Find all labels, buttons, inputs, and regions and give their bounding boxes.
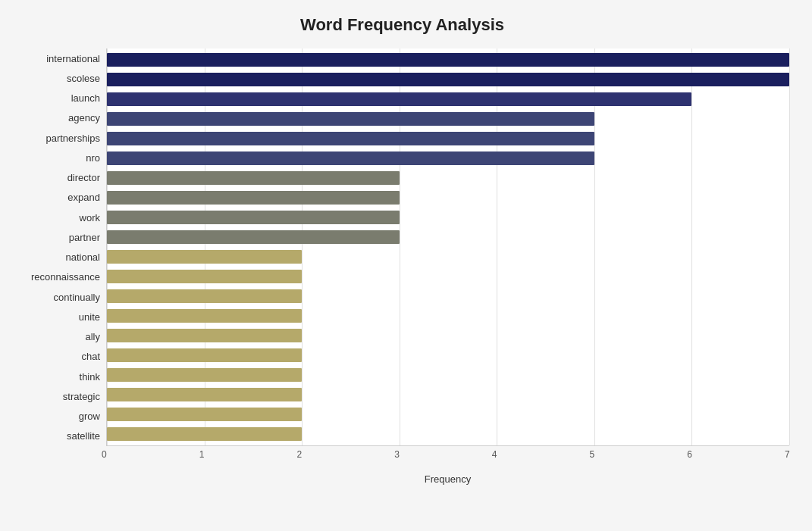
bar-think xyxy=(107,368,302,382)
y-label-partner: partner xyxy=(69,229,100,245)
x-axis-container: 01234567 Frequency xyxy=(106,446,789,473)
chart-area: internationalscoleselaunchagencypartners… xyxy=(15,48,789,473)
bar-row-launch xyxy=(107,91,789,108)
bars-list xyxy=(107,48,789,445)
bar-row-expand xyxy=(107,189,789,206)
bar-row-national xyxy=(107,248,789,265)
bar-partnerships xyxy=(107,132,594,145)
bar-row-continually xyxy=(107,288,789,305)
bar-unite xyxy=(107,309,302,323)
y-axis: internationalscoleselaunchagencypartners… xyxy=(15,48,106,473)
bar-row-partnerships xyxy=(107,130,789,147)
x-ticks: 01234567 xyxy=(106,446,789,460)
bar-continually xyxy=(107,289,302,303)
bar-work xyxy=(107,211,400,224)
y-label-agency: agency xyxy=(68,110,100,127)
bars-and-xaxis: 01234567 Frequency xyxy=(106,48,789,473)
bar-row-scolese xyxy=(107,71,789,88)
y-label-launch: launch xyxy=(71,90,100,107)
bar-satellite xyxy=(107,427,302,441)
y-label-continually: continually xyxy=(54,289,100,305)
bar-row-think xyxy=(107,367,789,383)
bar-national xyxy=(107,250,302,264)
bars-area xyxy=(106,48,789,446)
bar-strategic xyxy=(107,388,302,401)
y-label-strategic: strategic xyxy=(63,388,100,404)
chart-title: Word Frequency Analysis xyxy=(15,15,789,35)
y-label-think: think xyxy=(80,368,100,385)
bar-row-reconnaissance xyxy=(107,268,789,285)
y-label-ally: ally xyxy=(85,329,100,345)
bar-row-nro xyxy=(107,150,789,167)
bar-scolese xyxy=(107,73,789,86)
bar-partner xyxy=(107,230,400,244)
bar-row-chat xyxy=(107,347,789,364)
y-label-partnerships: partnerships xyxy=(45,130,100,146)
y-label-reconnaissance: reconnaissance xyxy=(31,269,100,286)
y-label-satellite: satellite xyxy=(67,428,100,445)
y-label-international: international xyxy=(46,50,100,67)
bar-chat xyxy=(107,348,302,362)
chart-container: Word Frequency Analysis internationalsco… xyxy=(0,0,812,531)
bar-reconnaissance xyxy=(107,270,302,283)
bar-row-satellite xyxy=(107,426,789,442)
x-axis-label: Frequency xyxy=(106,473,789,485)
y-label-national: national xyxy=(65,249,100,266)
bar-launch xyxy=(107,92,691,106)
y-label-work: work xyxy=(80,209,100,226)
bar-row-strategic xyxy=(107,386,789,403)
bar-row-partner xyxy=(107,229,789,245)
y-label-chat: chat xyxy=(81,348,100,365)
bar-international xyxy=(107,53,789,67)
y-label-grow: grow xyxy=(79,408,100,425)
bar-row-international xyxy=(107,52,789,68)
bar-grow xyxy=(107,408,302,421)
bar-nro xyxy=(107,151,594,165)
bar-row-work xyxy=(107,209,789,226)
bar-row-director xyxy=(107,170,789,186)
bar-row-grow xyxy=(107,406,789,423)
bar-agency xyxy=(107,112,594,126)
bar-row-unite xyxy=(107,308,789,324)
y-label-expand: expand xyxy=(67,189,100,206)
grid-line-7 xyxy=(789,48,790,445)
bar-ally xyxy=(107,329,302,342)
y-label-unite: unite xyxy=(79,308,100,325)
y-label-scolese: scolese xyxy=(67,70,100,86)
bar-row-agency xyxy=(107,111,789,127)
bar-expand xyxy=(107,191,400,205)
bar-row-ally xyxy=(107,327,789,344)
bar-director xyxy=(107,171,400,185)
y-label-director: director xyxy=(67,170,100,186)
y-label-nro: nro xyxy=(86,149,100,166)
